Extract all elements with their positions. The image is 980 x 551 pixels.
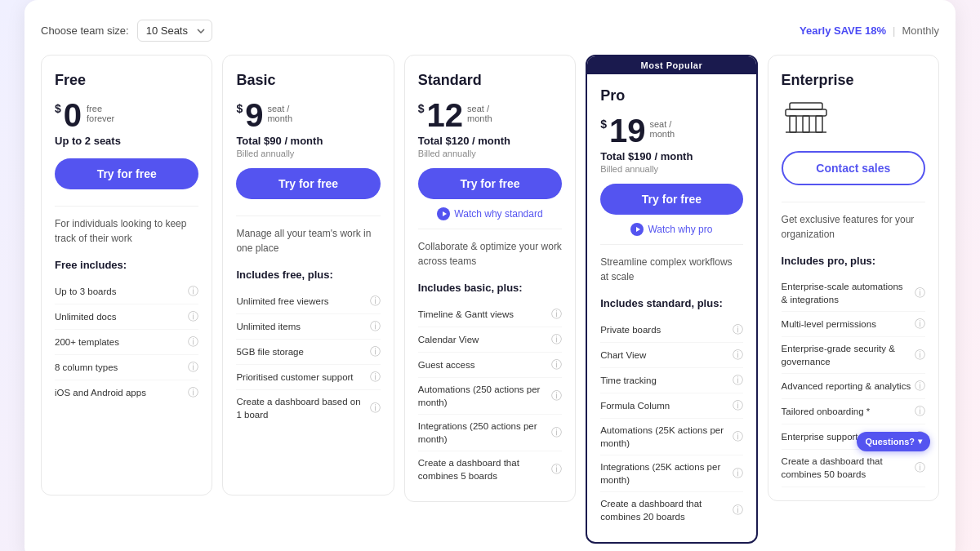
feature-item: 200+ templates ⓘ <box>55 330 198 355</box>
plan-card-standard: Standard $ 12 seat / month Total $120 / … <box>404 55 576 502</box>
cta-standard[interactable]: Try for free <box>418 168 562 199</box>
info-icon[interactable]: ⓘ <box>551 462 562 477</box>
plan-card-pro: Most Popular Pro $ 19 seat / month Total… <box>586 55 757 544</box>
plan-desc-free: For individuals looking to keep track of… <box>55 206 198 246</box>
info-icon[interactable]: ⓘ <box>733 398 743 413</box>
enterprise-icon <box>782 99 925 140</box>
feature-item: Time tracking ⓘ <box>600 368 742 393</box>
billing-toggle: Yearly SAVE 18% | Monthly <box>800 24 939 37</box>
info-icon[interactable]: ⓘ <box>551 358 562 372</box>
plan-card-basic: Basic $ 9 seat / month Total $90 / month… <box>222 55 394 495</box>
info-icon[interactable]: ⓘ <box>551 425 562 440</box>
plan-total-pro: Total $190 / month <box>600 150 742 162</box>
price-row-pro: $ 19 seat / month <box>600 114 742 147</box>
feature-item: Multi-level permissions ⓘ <box>782 312 925 337</box>
price-row-basic: $ 9 seat / month <box>236 99 380 131</box>
info-icon[interactable]: ⓘ <box>915 348 925 362</box>
plan-name-enterprise: Enterprise <box>782 72 925 89</box>
cta-basic[interactable]: Try for free <box>236 168 380 199</box>
team-size-select[interactable]: 10 Seats 5 Seats 20 Seats 50 Seats <box>137 20 212 42</box>
info-icon[interactable]: ⓘ <box>733 466 743 481</box>
plan-name-pro: Pro <box>600 87 742 104</box>
cta-free[interactable]: Try for free <box>55 158 198 189</box>
price-number-standard: 12 <box>427 99 464 131</box>
feature-item: Unlimited items ⓘ <box>236 314 380 340</box>
price-symbol-free: $ <box>55 102 61 115</box>
info-icon[interactable]: ⓘ <box>551 332 562 347</box>
watch-standard-link[interactable]: Watch why standard <box>418 207 562 220</box>
features-header-basic: Includes free, plus: <box>236 269 380 281</box>
info-icon[interactable]: ⓘ <box>915 286 925 300</box>
feature-item: Advanced reporting & analytics ⓘ <box>782 374 925 399</box>
most-popular-badge: Most Popular <box>587 56 755 74</box>
info-icon[interactable]: ⓘ <box>370 401 381 415</box>
plan-billed-basic: Billed annually <box>236 149 380 158</box>
plan-desc-standard: Collaborate & optimize your work across … <box>418 229 562 269</box>
price-symbol-pro: $ <box>600 118 607 131</box>
feature-item: Timeline & Gantt views ⓘ <box>418 302 562 327</box>
play-icon <box>630 223 644 236</box>
info-icon[interactable]: ⓘ <box>915 379 925 393</box>
plan-total-standard: Total $120 / month <box>418 135 562 147</box>
play-icon <box>437 207 450 220</box>
feature-item: Up to 3 boards ⓘ <box>55 279 198 304</box>
feature-item: 5GB file storage ⓘ <box>236 340 380 365</box>
plan-name-standard: Standard <box>418 72 562 89</box>
info-icon[interactable]: ⓘ <box>733 373 743 388</box>
feature-item: Integrations (250 actions per month) ⓘ <box>418 415 562 451</box>
watch-pro-link[interactable]: Watch why pro <box>600 223 742 236</box>
info-icon[interactable]: ⓘ <box>188 284 198 299</box>
svg-rect-0 <box>790 103 822 109</box>
info-icon[interactable]: ⓘ <box>733 429 743 444</box>
info-icon[interactable]: ⓘ <box>188 335 198 349</box>
info-icon[interactable]: ⓘ <box>370 294 381 309</box>
price-row-free: $ 0 free forever <box>55 99 198 131</box>
feature-item: Unlimited docs ⓘ <box>55 304 198 330</box>
cta-pro[interactable]: Try for free <box>600 184 742 215</box>
feature-item: Prioritised customer support ⓘ <box>236 365 380 390</box>
info-icon[interactable]: ⓘ <box>915 317 925 331</box>
plan-seats-free: Up to 2 seats <box>55 135 198 147</box>
price-number-basic: 9 <box>245 99 263 131</box>
info-icon[interactable]: ⓘ <box>733 322 743 337</box>
plan-desc-pro: Streamline complex workflows at scale <box>600 244 742 284</box>
info-icon[interactable]: ⓘ <box>733 348 743 362</box>
questions-bubble[interactable]: Questions? <box>857 432 930 451</box>
info-icon[interactable]: ⓘ <box>370 370 381 384</box>
feature-item: Enterprise-scale automations & integrati… <box>782 275 925 312</box>
pricing-container: Choose team size: 10 Seats 5 Seats 20 Se… <box>24 0 956 551</box>
plan-name-free: Free <box>55 72 198 89</box>
info-icon[interactable]: ⓘ <box>188 385 198 400</box>
info-icon[interactable]: ⓘ <box>915 404 925 419</box>
feature-item: Create a dashboard that combines 50 boar… <box>782 450 925 487</box>
cta-enterprise[interactable]: Contact sales <box>782 151 925 185</box>
info-icon[interactable]: ⓘ <box>370 319 381 334</box>
billing-monthly-label[interactable]: Monthly <box>902 24 939 37</box>
info-icon[interactable]: ⓘ <box>551 307 562 322</box>
feature-item: Tailored onboarding * ⓘ <box>782 399 925 424</box>
price-detail-basic: seat / month <box>267 104 292 123</box>
info-icon[interactable]: ⓘ <box>370 344 381 359</box>
info-icon[interactable]: ⓘ <box>915 460 925 475</box>
price-row-standard: $ 12 seat / month <box>418 99 562 131</box>
billing-yearly[interactable]: Yearly SAVE 18% <box>800 24 886 37</box>
feature-item: 8 column types ⓘ <box>55 355 198 380</box>
plan-billed-pro: Billed annually <box>600 164 742 174</box>
plans-grid: Free $ 0 free forever Up to 2 seats Try … <box>41 55 939 544</box>
info-icon[interactable]: ⓘ <box>733 503 743 518</box>
feature-item: iOS and Android apps ⓘ <box>55 380 198 405</box>
svg-rect-1 <box>786 109 826 116</box>
price-symbol-basic: $ <box>236 102 243 115</box>
info-icon[interactable]: ⓘ <box>551 389 562 403</box>
info-icon[interactable]: ⓘ <box>188 309 198 324</box>
feature-item: Enterprise-grade security & governance ⓘ <box>782 337 925 374</box>
price-symbol-standard: $ <box>418 102 425 115</box>
feature-item: Unlimited free viewers ⓘ <box>236 289 380 314</box>
plan-name-basic: Basic <box>236 72 380 89</box>
feature-item: Formula Column ⓘ <box>600 393 742 419</box>
feature-item: Private boards ⓘ <box>600 318 742 343</box>
feature-item: Integrations (25K actions per month) ⓘ <box>600 455 742 492</box>
price-free-label: free forever <box>87 104 114 123</box>
info-icon[interactable]: ⓘ <box>188 360 198 375</box>
feature-item: Automations (250 actions per month) ⓘ <box>418 378 562 415</box>
